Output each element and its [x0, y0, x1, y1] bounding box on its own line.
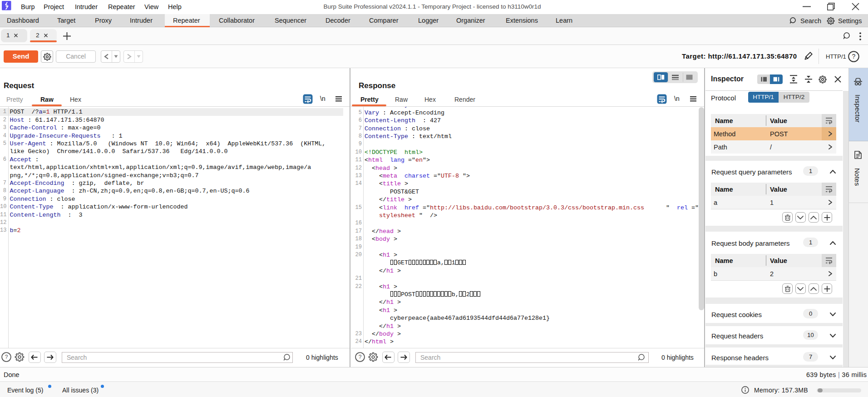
svg-text:?: ? — [852, 53, 856, 60]
svg-text:?: ? — [359, 354, 362, 360]
svg-text:?: ? — [5, 354, 8, 360]
